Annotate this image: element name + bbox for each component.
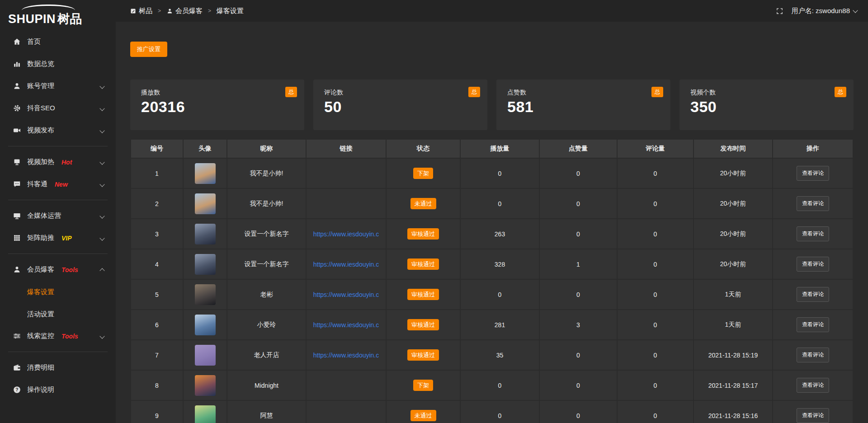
breadcrumb-separator: > [158,8,161,14]
cell-publish-time: 20小时前 [693,188,773,219]
sidebar-item-omni-media[interactable]: 全媒体运营 [0,205,116,227]
view-comments-button[interactable]: 查看评论 [797,226,829,241]
cell-number: 6 [131,310,183,340]
status-badge: 审核通过 [407,289,439,300]
sidebar-item-home[interactable]: 首页 [0,31,116,53]
stat-card-likes: 点赞数581总 [496,80,670,130]
cell-number: 2 [131,188,183,219]
total-badge: 总 [835,87,846,97]
cell-nickname: 设置一个新名字 [227,249,306,279]
sidebar-item-operation-guide[interactable]: ?操作说明 [0,379,116,401]
sidebar-item-account-management[interactable]: 账号管理 [0,75,116,97]
sidebar-item-data-overview[interactable]: 数据总览 [0,53,116,75]
view-comments-button[interactable]: 查看评论 [797,378,829,393]
sidebar-subitem-baoke-settings[interactable]: 爆客设置 [0,281,116,303]
cell-plays: 281 [460,310,539,340]
column-header: 状态 [386,139,460,158]
column-header: 播放量 [460,139,539,158]
breadcrumb-label: 树品 [139,7,152,15]
view-comments-button[interactable]: 查看评论 [797,196,829,211]
fullscreen-icon[interactable] [776,7,783,15]
cell-status: 审核通过 [386,340,460,370]
sidebar-item-label: 数据总览 [27,60,54,68]
cell-status: 审核通过 [386,219,460,249]
cell-likes: 0 [539,279,617,310]
sidebar-item-consumption-detail[interactable]: 消费明细 [0,357,116,379]
video-link[interactable]: https://www.iesdouyin.c [313,291,379,298]
sidebar-item-member-baoke[interactable]: 会员爆客Tools [0,258,116,281]
cell-number: 4 [131,249,183,279]
column-header: 评论量 [617,139,693,158]
breadcrumb-member-baoke[interactable]: 会员爆客 [166,7,203,15]
cell-status: 下架 [386,158,460,188]
cell-status: 审核通过 [386,279,460,310]
cell-link [306,158,386,188]
cell-publish-time: 20小时前 [693,219,773,249]
sidebar-item-video-heat[interactable]: 视频加热Hot [0,151,116,173]
video-link[interactable]: https://www.iesdouyin.c [313,352,379,359]
cell-action: 查看评论 [773,400,853,423]
video-link[interactable]: https://www.iesdouyin.c [313,230,379,238]
sliders-icon [13,332,21,340]
sidebar-item-label: 视频发布 [27,126,54,135]
cell-nickname: 我不是小帅! [227,158,306,188]
column-header: 昵称 [227,139,306,158]
cell-likes: 3 [539,310,617,340]
sidebar-item-tag: Hot [61,159,72,166]
page-content: 推广设置 播放数20316总评论数50总点赞数581总视频个数350总 编号头像… [116,22,868,423]
avatar [195,405,216,423]
cell-status: 审核通过 [386,310,460,340]
sidebar-item-douketong[interactable]: 抖客通New [0,173,116,195]
avatar [195,315,216,335]
breadcrumb-shupin[interactable]: 树品 [130,7,152,15]
video-link[interactable]: https://www.iesdouyin.c [313,321,379,329]
cell-number: 8 [131,370,183,400]
view-comments-button[interactable]: 查看评论 [797,408,829,423]
topbar-right: 用户名: zswodun88 [776,7,857,15]
promo-settings-button[interactable]: 推广设置 [130,42,167,57]
table-row: 4设置一个新名字https://www.iesdouyin.c审核通过32810… [131,249,853,279]
sidebar-divider [8,352,108,352]
cell-plays: 0 [460,370,539,400]
cell-status: 下架 [386,370,460,400]
sidebar-subitem-activity-settings[interactable]: 活动设置 [0,303,116,325]
video-link[interactable]: https://www.iesdouyin.c [313,261,379,268]
cell-likes: 0 [539,340,617,370]
cell-avatar [183,249,227,279]
cell-plays: 0 [460,188,539,219]
view-comments-button[interactable]: 查看评论 [797,317,829,332]
status-badge: 下架 [413,380,433,391]
view-comments-button[interactable]: 查看评论 [797,348,829,362]
status-badge: 审核通过 [407,319,439,330]
cell-number: 7 [131,340,183,370]
brand-logo: SHUPIN树品 [0,0,116,31]
chevron-down-icon [99,84,104,89]
status-badge: 未通过 [410,410,436,421]
sidebar-item-matrix-boost[interactable]: 矩阵助推VIP [0,227,116,249]
cell-nickname: 我不是小帅! [227,188,306,219]
cell-link [306,188,386,219]
cell-status: 审核通过 [386,249,460,279]
view-comments-button[interactable]: 查看评论 [797,257,829,272]
cell-link [306,400,386,423]
cell-number: 5 [131,279,183,310]
view-comments-button[interactable]: 查看评论 [797,166,829,181]
person-icon [166,8,173,14]
sidebar-item-tag: Tools [61,266,78,273]
cell-comments: 0 [617,340,693,370]
total-badge: 总 [468,87,480,97]
sidebar-item-douyin-seo[interactable]: 抖音SEO [0,97,116,119]
stat-label: 点赞数 [507,89,660,97]
sidebar-item-label: 消费明细 [27,363,54,372]
sidebar-item-label: 抖客通 [27,180,47,188]
user-menu[interactable]: 用户名: zswodun88 [792,7,857,15]
table-row: 5老彬https://www.iesdouyin.c审核通过0001天前查看评论 [131,279,853,310]
cell-link [306,370,386,400]
cell-likes: 0 [539,158,617,188]
status-badge: 审核通过 [407,228,439,240]
cell-nickname: 阿慧 [227,400,306,423]
sidebar-item-clue-monitor[interactable]: 线索监控Tools [0,325,116,347]
cell-nickname: 老彬 [227,279,306,310]
view-comments-button[interactable]: 查看评论 [797,287,829,302]
sidebar-item-video-publish[interactable]: 视频发布 [0,119,116,141]
